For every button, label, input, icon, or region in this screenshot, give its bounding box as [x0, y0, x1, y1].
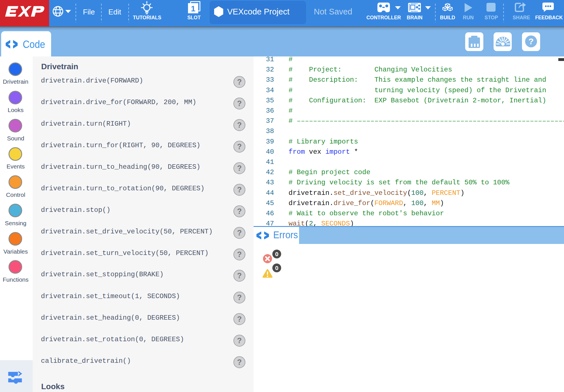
svg-text:?: ?: [529, 37, 534, 46]
svg-text:1: 1: [191, 4, 195, 13]
